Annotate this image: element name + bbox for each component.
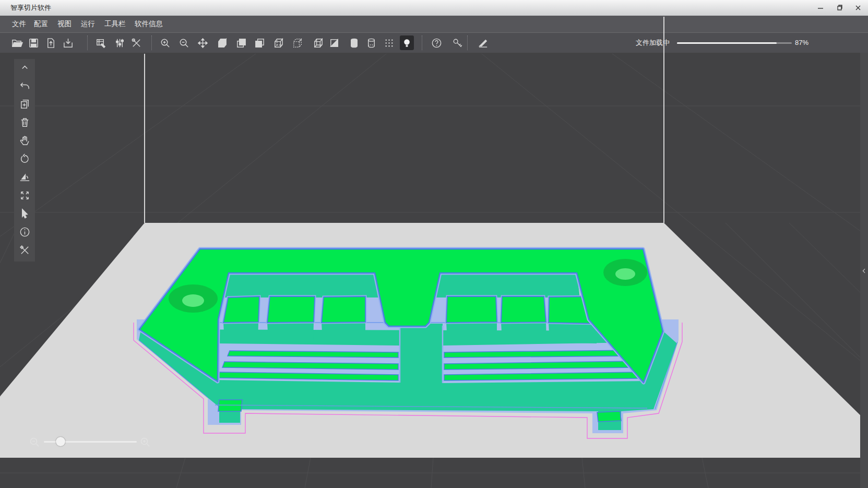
toolbar: 文件加载中 87% <box>0 32 868 53</box>
fit-view-icon[interactable] <box>18 189 31 201</box>
progress-percent: 87% <box>795 33 808 53</box>
move-view-icon[interactable] <box>196 35 210 50</box>
view-cylinder-icon[interactable] <box>347 35 361 50</box>
title-bar: 智享切片软件 <box>0 0 868 16</box>
repair-tools-icon[interactable] <box>18 244 31 256</box>
add-model-icon[interactable] <box>18 98 31 110</box>
pan-hand-icon[interactable] <box>18 134 31 147</box>
menu-item-4[interactable]: 工具栏 <box>104 16 126 32</box>
view-solid-icon[interactable] <box>215 35 229 50</box>
scene-render <box>0 52 868 488</box>
zoom-out-icon[interactable] <box>177 35 191 50</box>
license-key-icon[interactable] <box>450 35 465 50</box>
progress-label: 文件加载中 <box>636 33 670 53</box>
build-tools-icon[interactable] <box>129 35 144 50</box>
view-back-face-icon[interactable] <box>234 35 248 50</box>
open-file-icon[interactable] <box>10 35 24 50</box>
progress-bar-fill <box>677 42 777 44</box>
left-tool-palette <box>14 59 35 261</box>
zoom-in-icon[interactable] <box>158 35 172 50</box>
view-points-icon[interactable] <box>382 35 396 50</box>
rotate-icon[interactable] <box>18 152 31 165</box>
menu-item-1[interactable]: 配置 <box>34 16 48 32</box>
view-wireframe-icon[interactable] <box>311 35 325 50</box>
light-toggle-icon[interactable] <box>400 35 414 50</box>
view-cylinder-wireframe-icon[interactable] <box>364 35 378 50</box>
zoom-in-icon[interactable] <box>139 436 151 448</box>
view-cutaway-icon[interactable] <box>327 35 341 50</box>
parameter-settings-icon[interactable] <box>113 35 127 50</box>
import-file-icon[interactable] <box>44 35 58 50</box>
help-icon[interactable] <box>430 35 444 50</box>
menu-bar: 文件配置视图运行工具栏软件信息 <box>0 16 868 32</box>
right-panel-collapsed[interactable] <box>860 52 868 488</box>
zoom-control <box>26 435 157 449</box>
close-button[interactable] <box>852 2 864 14</box>
model-info-icon[interactable] <box>18 225 31 238</box>
save-file-icon[interactable] <box>27 35 41 50</box>
collapse-up-icon[interactable] <box>18 61 31 74</box>
measure-tool-icon[interactable] <box>476 35 490 50</box>
toolbar-separator <box>422 35 422 50</box>
menu-item-5[interactable]: 软件信息 <box>135 16 163 32</box>
view-front-face-icon[interactable] <box>253 35 267 50</box>
menu-item-0[interactable]: 文件 <box>12 16 26 32</box>
toolbar-separator <box>467 35 468 50</box>
zoom-out-icon[interactable] <box>28 436 41 448</box>
menu-item-2[interactable]: 视图 <box>57 16 72 32</box>
zoom-slider-handle[interactable] <box>56 437 65 446</box>
window-controls <box>815 0 864 16</box>
build-volume-line-right <box>663 17 664 223</box>
delete-model-icon[interactable] <box>18 116 31 128</box>
chevron-left-icon[interactable] <box>861 265 867 277</box>
menu-item-3[interactable]: 运行 <box>81 16 95 32</box>
export-file-icon[interactable] <box>61 35 75 50</box>
toolbar-separator <box>87 35 88 50</box>
build-volume-line-left <box>144 54 145 223</box>
undo-icon[interactable] <box>18 79 31 92</box>
viewport-3d[interactable] <box>0 52 868 488</box>
view-hidden-edges-icon[interactable] <box>271 35 286 50</box>
view-dashed-icon[interactable] <box>290 35 304 50</box>
minimize-button[interactable] <box>815 2 826 14</box>
window-title: 智享切片软件 <box>10 0 51 16</box>
progress-bar <box>677 42 792 44</box>
lay-flat-icon[interactable] <box>18 171 31 183</box>
restore-button[interactable] <box>834 2 845 14</box>
toolbar-separator <box>151 35 152 50</box>
machine-settings-icon[interactable] <box>94 35 108 50</box>
select-pointer-icon[interactable] <box>18 207 31 220</box>
